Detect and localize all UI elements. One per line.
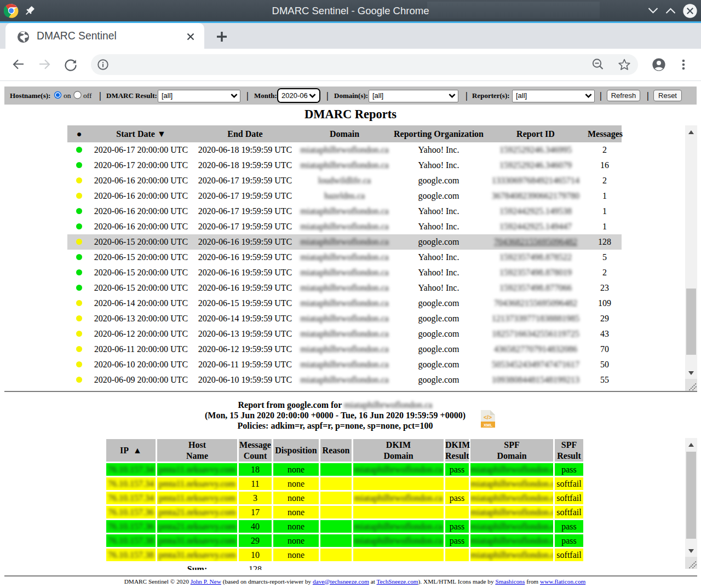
svg-text:XML: XML xyxy=(484,423,492,428)
svg-text:</>: </> xyxy=(484,414,492,420)
